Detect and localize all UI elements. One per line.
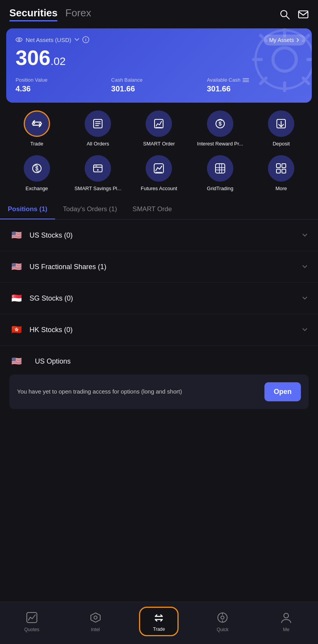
- tab-smart-orders[interactable]: SMART Orde: [125, 200, 179, 219]
- action-interest-reward[interactable]: $ Interest Reward Pr...: [189, 110, 250, 147]
- dropdown-arrow-icon[interactable]: [75, 38, 79, 41]
- chevron-down-icon-3: [301, 294, 309, 302]
- chevron-down-icon: [301, 231, 309, 239]
- hk-stocks-label: HK Stocks (0): [30, 326, 301, 334]
- hk-stocks-row[interactable]: 🇭🇰 HK Stocks (0): [0, 314, 318, 346]
- tab-positions[interactable]: Positions (1): [0, 200, 55, 219]
- sg-stocks-row[interactable]: 🇸🇬 SG Stocks (0): [0, 283, 318, 314]
- us-flag-icon: 🇺🇸: [9, 228, 23, 242]
- open-options-button[interactable]: Open: [264, 382, 301, 401]
- nav-quick[interactable]: Quick: [191, 611, 254, 632]
- more-label: More: [275, 186, 287, 192]
- header-icons: [279, 9, 309, 20]
- search-icon[interactable]: [279, 9, 290, 20]
- action-grid-trading[interactable]: GridTrading: [189, 155, 250, 192]
- action-trade[interactable]: Trade: [6, 110, 67, 147]
- trade-label: Trade: [30, 141, 43, 147]
- all-orders-label: All Orders: [87, 141, 109, 147]
- exchange-icon-wrap: $: [24, 155, 50, 182]
- nav-me[interactable]: Me: [254, 611, 318, 632]
- action-exchange[interactable]: $ Exchange: [6, 155, 67, 192]
- action-deposit[interactable]: Deposit: [251, 110, 312, 147]
- chevron-down-icon-4: [301, 326, 309, 334]
- svg-point-5: [18, 39, 20, 41]
- all-orders-icon: [92, 117, 104, 130]
- trade-nav-wrap: Trade: [139, 607, 179, 636]
- svg-text:$: $: [35, 165, 38, 172]
- deposit-label: Deposit: [273, 141, 290, 147]
- menu-lines-icon: [243, 78, 249, 82]
- tabs-bar: Positions (1) Today's Orders (1) SMART O…: [0, 200, 318, 220]
- options-notice: You have yet to open trading access for …: [9, 374, 309, 409]
- sg-flag-icon: 🇸🇬: [9, 291, 23, 305]
- grid-trading-label: GridTrading: [207, 186, 233, 192]
- svg-rect-38: [27, 612, 37, 623]
- position-value-stat: Position Value 4.36: [16, 77, 111, 93]
- quick-icon: [215, 611, 229, 625]
- action-all-orders[interactable]: All Orders: [67, 110, 128, 147]
- info-icon[interactable]: i: [82, 36, 89, 43]
- actions-row-1: Trade All Orders: [6, 110, 312, 147]
- nav-quotes[interactable]: Quotes: [0, 611, 64, 632]
- deposit-icon-wrap: [268, 110, 294, 137]
- interest-reward-icon-wrap: $: [207, 110, 233, 137]
- action-more[interactable]: More: [251, 155, 312, 192]
- deposit-icon: [275, 117, 287, 130]
- actions-row-2: $ Exchange SMART Savings Pl...: [6, 155, 312, 192]
- tab-todays-orders[interactable]: Today's Orders (1): [55, 200, 125, 219]
- me-icon: [279, 611, 293, 625]
- hk-flag-icon: 🇭🇰: [9, 323, 23, 337]
- svg-rect-35: [282, 164, 286, 168]
- intel-icon: [89, 611, 103, 625]
- intel-label: Intel: [91, 627, 100, 632]
- us-stocks-row[interactable]: 🇺🇸 US Stocks (0): [0, 220, 318, 251]
- sg-stocks-label: SG Stocks (0): [30, 294, 301, 303]
- svg-point-41: [221, 616, 224, 619]
- action-smart-order[interactable]: SMART Order: [129, 110, 189, 147]
- grid-trading-icon: [214, 162, 226, 175]
- nav-trade[interactable]: Trade: [127, 607, 191, 636]
- us-stocks-label: US Stocks (0): [30, 231, 301, 240]
- trade-icon: [31, 117, 43, 130]
- smart-savings-icon: [92, 162, 104, 175]
- eye-icon: [16, 36, 23, 43]
- svg-rect-36: [276, 169, 280, 173]
- svg-point-44: [284, 613, 288, 618]
- quick-label: Quick: [217, 627, 229, 632]
- quotes-label: Quotes: [24, 627, 40, 632]
- svg-point-39: [94, 616, 97, 619]
- svg-text:$: $: [219, 121, 222, 127]
- bottom-nav: Quotes Intel Trade: [0, 602, 318, 644]
- tab-forex[interactable]: Forex: [65, 7, 91, 21]
- us-fractional-label: US Fractional Shares (1): [30, 263, 301, 271]
- tab-securities[interactable]: Securities: [9, 7, 57, 21]
- us-fractional-row[interactable]: 🇺🇸 US Fractional Shares (1): [0, 251, 318, 283]
- svg-point-4: [16, 38, 22, 42]
- options-title: US Options: [35, 357, 71, 366]
- header: Securities Forex: [0, 0, 318, 21]
- quick-actions: Trade All Orders: [0, 103, 318, 192]
- svg-rect-37: [282, 169, 286, 173]
- trade-icon-wrap: [24, 110, 50, 137]
- action-smart-savings[interactable]: SMART Savings Pl...: [67, 155, 128, 192]
- trade-nav-icon: [152, 611, 166, 625]
- mail-icon[interactable]: [298, 9, 309, 20]
- us-flag-fractional-icon: 🇺🇸: [9, 260, 23, 274]
- quotes-icon: [25, 611, 39, 625]
- smart-order-label: SMART Order: [143, 141, 175, 147]
- smart-order-icon-wrap: [146, 110, 172, 137]
- net-assets-label: Net Assets (USD): [26, 37, 71, 43]
- nav-intel[interactable]: Intel: [64, 611, 127, 632]
- smart-savings-label: SMART Savings Pl...: [75, 186, 122, 192]
- us-options-flag-icon: 🇺🇸: [9, 354, 23, 368]
- my-assets-button[interactable]: My Assets: [264, 35, 306, 46]
- svg-point-25: [97, 169, 99, 171]
- futures-account-label: Futures Account: [141, 186, 177, 192]
- svg-rect-2: [299, 11, 308, 18]
- cash-balance-stat: Cash Balance 301.66: [111, 77, 207, 93]
- svg-rect-29: [215, 164, 225, 173]
- options-notice-text: You have yet to open trading access for …: [17, 387, 258, 396]
- me-label: Me: [283, 627, 290, 632]
- options-title-row: 🇺🇸 US Options: [9, 354, 309, 368]
- action-futures-account[interactable]: Futures Account: [129, 155, 189, 192]
